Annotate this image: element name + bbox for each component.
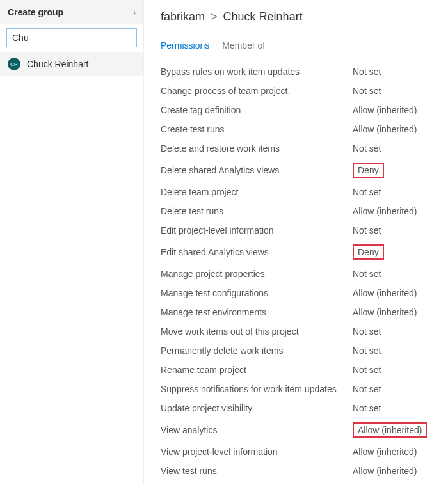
permission-label: Suppress notifications for work item upd… xyxy=(161,379,353,399)
breadcrumb: fabrikam > Chuck Reinhart xyxy=(161,10,444,24)
permission-row: Delete test runsAllow (inherited) xyxy=(161,202,444,221)
permission-label: Manage test environments xyxy=(161,303,353,322)
permission-value[interactable]: Not set xyxy=(353,399,444,418)
collapse-caret-icon[interactable]: ‹ xyxy=(133,8,136,16)
permission-label: Update project visibility xyxy=(161,399,353,418)
permission-value[interactable]: Deny xyxy=(353,158,444,182)
permission-label: View test runs xyxy=(161,461,353,481)
permissions-table: Bypass rules on work item updatesNot set… xyxy=(161,62,444,481)
permission-label: Move work items out of this project xyxy=(161,322,353,341)
highlight-box: Allow (inherited) xyxy=(353,422,427,438)
permission-label: View analytics xyxy=(161,418,353,442)
permission-label: Delete test runs xyxy=(161,202,353,221)
permission-value[interactable]: Allow (inherited) xyxy=(353,461,444,481)
permission-label: Manage project properties xyxy=(161,264,353,283)
permission-row: Update project visibilityNot set xyxy=(161,399,444,418)
permission-value[interactable]: Allow (inherited) xyxy=(353,120,444,139)
permission-value[interactable]: Allow (inherited) xyxy=(353,202,444,221)
permission-row: View project-level informationAllow (inh… xyxy=(161,442,444,461)
permission-row: Manage test environmentsAllow (inherited… xyxy=(161,303,444,322)
permission-label: Create test runs xyxy=(161,120,353,139)
permission-label: Delete and restore work items xyxy=(161,139,353,158)
permission-label: Permanently delete work items xyxy=(161,341,353,360)
tab-memberof[interactable]: Member of xyxy=(222,40,265,53)
tab-permissions[interactable]: Permissions xyxy=(161,40,209,53)
permission-row: View analyticsAllow (inherited) xyxy=(161,418,444,442)
permission-row: Create tag definitionAllow (inherited) xyxy=(161,100,444,120)
permission-value[interactable]: Allow (inherited) xyxy=(353,418,444,442)
left-panel: Create group ‹ CR Chuck Reinhart xyxy=(0,0,144,485)
permission-value[interactable]: Not set xyxy=(353,62,444,81)
permission-row: Delete shared Analytics viewsDeny xyxy=(161,158,444,182)
permission-row: Change process of team project.Not set xyxy=(161,81,444,100)
user-name: Chuck Reinhart xyxy=(27,59,89,69)
permission-value[interactable]: Not set xyxy=(353,264,444,283)
permission-row: Create test runsAllow (inherited) xyxy=(161,120,444,139)
permission-row: Bypass rules on work item updatesNot set xyxy=(161,62,444,81)
permission-row: Permanently delete work itemsNot set xyxy=(161,341,444,360)
permission-label: View project-level information xyxy=(161,442,353,461)
permission-label: Edit project-level information xyxy=(161,221,353,240)
permission-value[interactable]: Not set xyxy=(353,139,444,158)
permission-row: Rename team projectNot set xyxy=(161,360,444,379)
permission-value[interactable]: Deny xyxy=(353,240,444,264)
permission-row: Delete and restore work itemsNot set xyxy=(161,139,444,158)
permission-value[interactable]: Not set xyxy=(353,81,444,100)
permission-value[interactable]: Allow (inherited) xyxy=(353,283,444,303)
permission-value[interactable]: Not set xyxy=(353,341,444,360)
permission-value[interactable]: Allow (inherited) xyxy=(353,100,444,120)
permission-label: Change process of team project. xyxy=(161,81,353,100)
permission-label: Create tag definition xyxy=(161,100,353,120)
permission-row: Edit shared Analytics viewsDeny xyxy=(161,240,444,264)
search-box[interactable] xyxy=(6,28,137,47)
highlight-box: Deny xyxy=(353,163,384,178)
permission-row: Delete team projectNot set xyxy=(161,182,444,202)
permission-row: Manage project propertiesNot set xyxy=(161,264,444,283)
permission-value[interactable]: Allow (inherited) xyxy=(353,442,444,461)
right-panel: fabrikam > Chuck Reinhart Permissions Me… xyxy=(144,0,448,485)
permission-row: Suppress notifications for work item upd… xyxy=(161,379,444,399)
permission-value[interactable]: Not set xyxy=(353,322,444,341)
permission-label: Manage test configurations xyxy=(161,283,353,303)
permission-row: Edit project-level informationNot set xyxy=(161,221,444,240)
user-item[interactable]: CR Chuck Reinhart xyxy=(0,52,143,76)
permission-label: Rename team project xyxy=(161,360,353,379)
permission-value[interactable]: Not set xyxy=(353,221,444,240)
avatar: CR xyxy=(8,58,20,70)
breadcrumb-current: Chuck Reinhart xyxy=(223,10,303,23)
permission-value[interactable]: Not set xyxy=(353,360,444,379)
permission-value[interactable]: Not set xyxy=(353,182,444,202)
permission-label: Delete team project xyxy=(161,182,353,202)
create-group-label: Create group xyxy=(8,7,63,17)
create-group-header[interactable]: Create group ‹ xyxy=(0,0,143,24)
user-list: CR Chuck Reinhart xyxy=(0,52,143,76)
tabs: Permissions Member of xyxy=(161,40,444,53)
breadcrumb-separator-icon: > xyxy=(211,10,218,23)
permission-label: Bypass rules on work item updates xyxy=(161,62,353,81)
search-input[interactable] xyxy=(12,33,131,43)
permission-label: Delete shared Analytics views xyxy=(161,158,353,182)
permission-value[interactable]: Not set xyxy=(353,379,444,399)
permission-row: Move work items out of this projectNot s… xyxy=(161,322,444,341)
permission-label: Edit shared Analytics views xyxy=(161,240,353,264)
permission-value[interactable]: Allow (inherited) xyxy=(353,303,444,322)
highlight-box: Deny xyxy=(353,244,384,260)
permission-row: Manage test configurationsAllow (inherit… xyxy=(161,283,444,303)
breadcrumb-parent[interactable]: fabrikam xyxy=(161,10,205,23)
permission-row: View test runsAllow (inherited) xyxy=(161,461,444,481)
